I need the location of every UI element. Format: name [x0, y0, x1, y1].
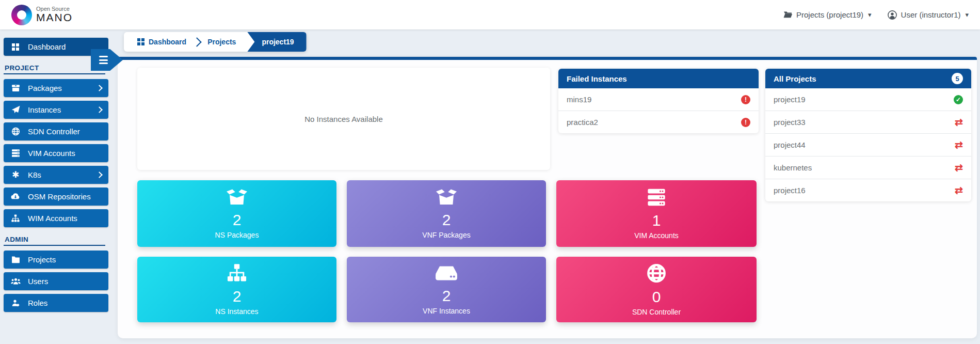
osm-dashboard-page: Open Source MANO Projects (project19) ▾ …: [0, 0, 980, 344]
breadcrumb-projects[interactable]: Projects: [201, 38, 242, 46]
all-projects-header: All Projects 5: [765, 69, 971, 88]
stat-card-ns-packages[interactable]: 2 NS Packages: [137, 180, 336, 247]
stat-card-sdn-controller[interactable]: 0 SDN Controller: [556, 257, 757, 322]
box-open-icon: [225, 188, 249, 209]
projects-count-badge: 5: [952, 73, 963, 84]
stat-label: VIM Accounts: [634, 231, 679, 240]
no-instances-card: No Instances Available: [137, 68, 550, 170]
hdd-icon: [435, 264, 458, 285]
failed-instance-row[interactable]: mins19 !: [558, 88, 759, 111]
project-row[interactable]: project33 ⇄: [765, 111, 971, 134]
logo-main-text: MANO: [36, 12, 73, 23]
folder-open-icon: [782, 11, 793, 19]
sidebar-item-sdn-controller[interactable]: SDN Controller: [4, 122, 108, 140]
folder-icon: [10, 256, 21, 263]
check-circle-icon: ✓: [954, 95, 963, 104]
caret-down-icon: ▾: [868, 11, 872, 19]
sidebar-item-projects[interactable]: Projects: [4, 251, 108, 269]
stat-label: VNF Instances: [423, 307, 470, 315]
project-row[interactable]: project44 ⇄: [765, 134, 971, 157]
projects-dropdown[interactable]: Projects (project19) ▾: [782, 10, 872, 19]
sidebar-item-k8s[interactable]: ✱ K8s: [4, 166, 108, 184]
users-icon: [10, 277, 21, 285]
sidebar-section-admin: ADMIN: [4, 231, 105, 246]
breadcrumb-projects-label: Projects: [207, 38, 236, 46]
failed-instance-name: practica2: [567, 118, 598, 127]
sidebar-item-label: Projects: [28, 255, 56, 264]
stat-label: SDN Controller: [632, 308, 681, 316]
stat-card-ns-instances[interactable]: 2 NS Instances: [137, 257, 336, 322]
globe-icon: [646, 263, 667, 286]
stat-value: 2: [233, 211, 242, 228]
no-instances-text: No Instances Available: [304, 115, 383, 123]
sidebar-item-label: VIM Accounts: [28, 149, 75, 158]
sidebar-item-users[interactable]: Users: [4, 272, 108, 290]
switch-project-icon[interactable]: ⇄: [955, 163, 963, 173]
project-row[interactable]: project16 ⇄: [765, 179, 971, 201]
osm-logo: Open Source MANO: [11, 5, 73, 25]
failed-instance-row[interactable]: practica2 !: [558, 111, 759, 133]
sidebar-section-project: PROJECT: [4, 59, 105, 74]
sidebar-item-packages[interactable]: Packages: [4, 79, 108, 97]
sidebar-item-instances[interactable]: Instances: [4, 101, 108, 119]
sidebar-item-label: K8s: [28, 170, 41, 179]
sidebar-item-vim-accounts[interactable]: VIM Accounts: [4, 144, 108, 162]
stat-value: 0: [652, 288, 661, 305]
dashboard-grid-icon: [10, 43, 21, 51]
sitemap-icon: [10, 214, 21, 223]
project-row[interactable]: project19 ✓: [765, 88, 971, 111]
globe-icon: [10, 127, 21, 136]
sidebar-item-label: OSM Repositories: [28, 192, 91, 201]
sidebar-item-roles[interactable]: Roles: [4, 294, 108, 312]
stat-value: 2: [442, 211, 451, 228]
breadcrumb-dashboard-label: Dashboard: [149, 38, 186, 46]
switch-project-icon[interactable]: ⇄: [955, 140, 963, 150]
stat-card-vim-accounts[interactable]: 1 VIM Accounts: [556, 180, 757, 247]
switch-project-icon[interactable]: ⇄: [955, 117, 963, 127]
cloud-download-icon: [10, 193, 21, 201]
stat-label: NS Instances: [215, 307, 258, 316]
sidebar-item-label: Instances: [28, 105, 61, 114]
stat-value: 2: [233, 288, 242, 305]
sidebar-item-label: WIM Accounts: [28, 214, 77, 223]
caret-down-icon: ▾: [965, 11, 969, 19]
hamburger-icon: [99, 56, 108, 57]
all-projects-title: All Projects: [774, 74, 816, 83]
osm-logo-text: Open Source MANO: [36, 6, 73, 24]
sidebar-item-osm-repositories[interactable]: OSM Repositories: [4, 187, 108, 206]
sidebar-item-wim-accounts[interactable]: WIM Accounts: [4, 209, 108, 227]
breadcrumb-current-project: project19: [247, 32, 306, 52]
failed-instances-panel: Failed Instances mins19 ! practica2 !: [558, 69, 759, 133]
error-icon: !: [741, 95, 750, 104]
error-icon: !: [741, 118, 750, 127]
sidebar-item-label: Packages: [28, 84, 62, 92]
stat-label: NS Packages: [215, 231, 259, 239]
stat-value: 2: [442, 287, 451, 304]
chevron-right-icon: [96, 106, 103, 113]
paper-plane-icon: [10, 105, 21, 114]
sidebar-item-label: Dashboard: [28, 42, 66, 51]
project-row[interactable]: kubernetes ⇄: [765, 157, 971, 179]
project-name: kubernetes: [774, 163, 812, 172]
stat-value: 1: [652, 212, 661, 229]
sidebar-item-label: Roles: [28, 299, 47, 307]
failed-instance-name: mins19: [567, 95, 591, 104]
project-name: project19: [774, 95, 806, 104]
box-open-icon: [435, 188, 458, 209]
stat-card-vnf-packages[interactable]: 2 VNF Packages: [347, 180, 546, 247]
project-name: project16: [774, 186, 806, 195]
chevron-right-icon: [192, 37, 201, 46]
top-header-bar: Open Source MANO Projects (project19) ▾ …: [0, 0, 980, 29]
user-tag-icon: [10, 299, 21, 307]
sitemap-icon: [226, 263, 248, 285]
switch-project-icon[interactable]: ⇄: [955, 185, 963, 195]
project-name: project33: [774, 118, 806, 127]
breadcrumb-dashboard[interactable]: Dashboard: [131, 38, 192, 46]
project-name: project44: [774, 140, 806, 149]
user-circle-icon: [887, 10, 897, 20]
stat-card-vnf-instances[interactable]: 2 VNF Instances: [347, 257, 546, 322]
breadcrumb: Dashboard Projects project19: [124, 32, 307, 52]
projects-dropdown-label: Projects (project19): [796, 10, 863, 19]
user-dropdown[interactable]: User (instructor1) ▾: [887, 10, 969, 20]
sidebar-item-label: Users: [28, 277, 48, 286]
